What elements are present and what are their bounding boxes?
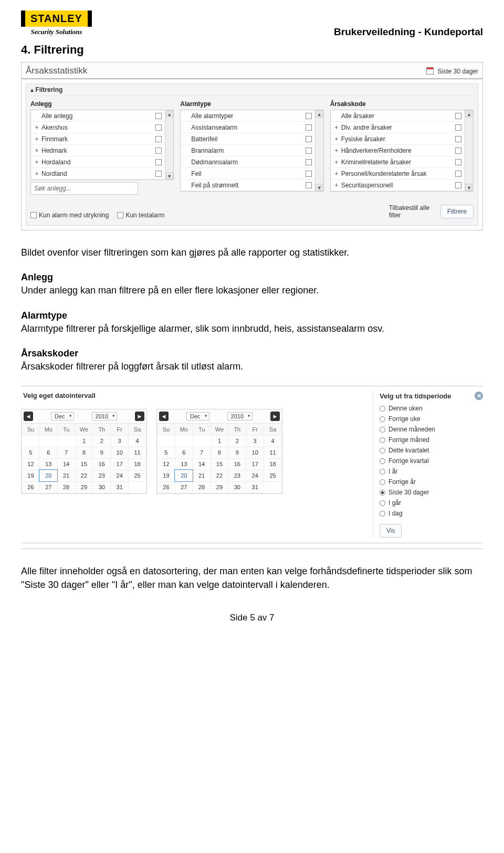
calendar-day[interactable]: 29 [211,481,228,493]
calendar-day[interactable]: 23 [228,470,246,481]
filter-item[interactable]: Alle årsaker [331,110,465,122]
calendar-day[interactable]: 9 [228,447,246,458]
calendar-day[interactable]: 21 [193,470,211,481]
filter-item[interactable]: Batterifeil [181,133,314,145]
filter-item[interactable]: +Fysiske årsaker [331,133,465,145]
scroll-up-icon[interactable]: ▲ [166,110,173,118]
scroll-down-icon[interactable]: ▼ [316,184,323,191]
calendar-day[interactable]: 31 [111,481,129,493]
calendar-day[interactable]: 2 [228,435,246,447]
period-option[interactable]: I dag [380,508,483,519]
calendar-day[interactable]: 3 [111,435,129,447]
checkbox-icon[interactable] [306,159,312,165]
calendar-day[interactable]: 20 [175,470,193,481]
checkbox-icon[interactable] [306,171,312,177]
calendar-day[interactable]: 8 [75,447,93,458]
period-option[interactable]: Denne uken [380,403,483,414]
calendar-day[interactable]: 24 [111,470,129,481]
scroll-up-icon[interactable]: ▲ [316,110,323,118]
calendar-day[interactable]: 6 [175,447,193,458]
period-option[interactable]: Siste 30 dager [380,487,483,498]
calendar-day[interactable]: 25 [264,470,282,481]
calendar-day[interactable]: 29 [75,481,93,493]
filter-item[interactable]: +Finnmark [31,133,165,145]
calendar-day[interactable]: 9 [93,447,111,458]
calendar-day[interactable]: 14 [57,458,75,470]
calendar-day[interactable]: 12 [22,458,40,470]
checkbox-icon[interactable] [155,171,162,177]
scroll-down-icon[interactable]: ▼ [166,172,173,180]
calendar-day[interactable]: 24 [246,470,264,481]
calendar-day[interactable]: 10 [246,447,264,458]
calendar-day[interactable]: 7 [193,447,211,458]
checkbox-icon[interactable] [455,113,461,119]
calendar-day[interactable]: 12 [158,458,175,470]
check-utrykning[interactable]: Kun alarm med utrykning [30,212,109,219]
checkbox-icon[interactable] [155,148,162,154]
calendar-day[interactable]: 18 [129,458,146,470]
checkbox-icon[interactable] [306,148,312,154]
calendar-day[interactable]: 7 [57,447,75,458]
calendar-day[interactable]: 31 [246,481,264,493]
checkbox-icon[interactable] [155,124,162,131]
month-select[interactable]: Dec [51,412,74,420]
year-select[interactable]: 2010 [227,412,253,420]
calendar-day[interactable]: 21 [57,470,75,481]
calendar-day[interactable]: 13 [175,458,193,470]
next-month-button[interactable]: ► [270,412,280,421]
calendar-day[interactable]: 25 [129,470,146,481]
checkbox-icon[interactable] [155,159,162,165]
calendar-day[interactable]: 11 [264,447,282,458]
filter-item[interactable]: +Securitaspersonell [331,180,465,191]
filter-item[interactable]: Feil på strømnett [181,180,314,191]
calendar-day[interactable]: 16 [228,458,246,470]
calendar-day[interactable]: 11 [129,447,146,458]
calendar-day[interactable]: 27 [175,481,193,493]
calendar-day[interactable]: 15 [211,458,228,470]
filter-item[interactable]: Brannalarm [181,145,314,156]
calendar-day[interactable]: 22 [75,470,93,481]
calendar-day[interactable]: 20 [39,470,57,481]
calendar-day[interactable]: 19 [158,470,175,481]
scroll-down-icon[interactable]: ▼ [465,184,472,191]
calendar-day[interactable]: 30 [228,481,246,493]
calendar-day[interactable]: 6 [39,447,57,458]
period-selector[interactable]: Siste 30 dager [426,67,478,75]
filter-item[interactable]: +Hedmark [31,145,165,156]
calendar-day[interactable]: 17 [111,458,129,470]
next-month-button[interactable]: ► [135,412,144,421]
calendar-day[interactable]: 30 [93,481,111,493]
checkbox-icon[interactable] [455,171,461,177]
calendar-day[interactable]: 4 [264,435,282,447]
calendar-day[interactable]: 19 [22,470,40,481]
calendar-day[interactable]: 15 [75,458,93,470]
period-option[interactable]: Forrige uke [380,414,483,424]
period-option[interactable]: Forrige måned [380,435,483,445]
month-select[interactable]: Dec [186,412,209,420]
period-option[interactable]: Dette kvartalet [380,445,483,456]
calendar-day[interactable]: 8 [211,447,228,458]
period-option[interactable]: Forrige kvartal [380,456,483,466]
filter-item[interactable]: +Hordaland [31,156,165,168]
checkbox-icon[interactable] [455,182,461,188]
filter-panel-toggle[interactable]: ▴ Filtrering [26,84,478,96]
calendar-day[interactable]: 28 [57,481,75,493]
calendar-day[interactable]: 28 [193,481,211,493]
calendar-day[interactable]: 27 [39,481,57,493]
calendar-day[interactable]: 14 [193,458,211,470]
checkbox-icon[interactable] [155,113,162,119]
calendar-day[interactable]: 1 [75,435,93,447]
calendar-day[interactable]: 16 [93,458,111,470]
filter-item[interactable]: +Nordland [31,168,165,180]
checkbox-icon[interactable] [306,113,312,119]
filter-item[interactable]: Alle alarmtyper [181,110,314,122]
filter-item[interactable]: +Akershus [31,122,165,133]
period-option[interactable]: I går [380,498,483,508]
checkbox-icon[interactable] [306,136,312,142]
checkbox-icon[interactable] [455,136,461,142]
calendar-day[interactable]: 3 [246,435,264,447]
checkbox-icon[interactable] [306,124,312,131]
filter-item[interactable]: Dødmannsalarm [181,156,314,168]
check-testalarm[interactable]: Kun testalarm [117,212,164,219]
calendar-day[interactable]: 5 [158,447,175,458]
